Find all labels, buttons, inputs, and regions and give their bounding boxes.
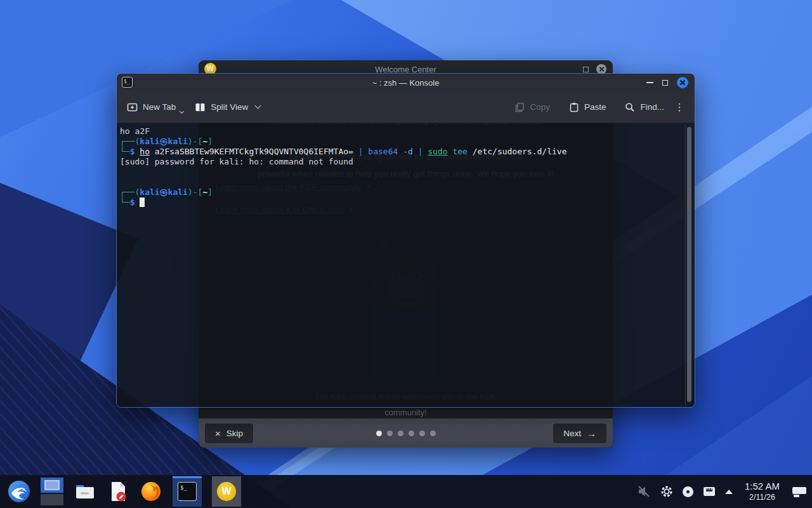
new-tab-icon: [127, 102, 138, 112]
command-name: ho: [140, 147, 150, 156]
scrollbar-thumb[interactable]: [687, 127, 691, 402]
pager-desktop-2[interactable]: [41, 494, 63, 505]
overflow-menu-icon[interactable]: ⋮: [674, 101, 684, 113]
search-icon: [625, 102, 635, 112]
file-manager-button[interactable]: [74, 480, 96, 503]
clock-time: 1:52 AM: [745, 481, 780, 493]
scrollbar-track[interactable]: [685, 124, 693, 406]
page-dot[interactable]: [376, 431, 382, 436]
kali-logo-icon: [8, 480, 30, 503]
page-dot[interactable]: [387, 431, 393, 436]
find-button[interactable]: Find...: [625, 102, 664, 112]
terminal-history-line: ho a2F: [120, 126, 150, 136]
text-editor-button[interactable]: [107, 480, 129, 503]
close-button[interactable]: [677, 77, 688, 88]
expand-tray-icon[interactable]: [725, 490, 733, 494]
chevron-down-icon: [255, 103, 261, 109]
konsole-taskbar-button[interactable]: $_: [173, 476, 202, 507]
audio-muted-icon[interactable]: [637, 485, 651, 498]
pager-desktop-1[interactable]: [41, 478, 63, 493]
maximize-button[interactable]: [662, 80, 668, 86]
copy-button[interactable]: Copy: [514, 102, 550, 112]
taskbar: $_ W 1:52 AM 2/11/2: [0, 475, 812, 508]
terminal-cursor: [140, 197, 145, 207]
konsole-toolbar: New Tab Split View Copy Paste Find...: [117, 91, 695, 123]
paste-button[interactable]: Paste: [569, 102, 606, 112]
kali-menu-button[interactable]: [8, 480, 30, 503]
close-x-icon: ×: [215, 429, 221, 438]
copy-icon: [514, 102, 525, 112]
split-view-button[interactable]: Split View: [195, 102, 260, 112]
konsole-app-icon: $_: [122, 77, 133, 88]
settings-gear-icon[interactable]: [660, 485, 673, 498]
page-dot[interactable]: [419, 431, 425, 436]
next-button[interactable]: Next→: [553, 424, 606, 443]
konsole-icon: $_: [178, 482, 197, 501]
page-dot[interactable]: [409, 431, 414, 436]
paste-icon: [569, 102, 579, 112]
maximize-button[interactable]: [583, 67, 589, 72]
digital-clock[interactable]: 1:52 AM 2/11/26: [745, 481, 780, 502]
chevron-down-icon: [180, 109, 184, 113]
welcome-center-taskbar-button[interactable]: W: [212, 476, 241, 507]
document-icon: [108, 481, 128, 502]
page-dot[interactable]: [398, 431, 403, 436]
new-tab-button[interactable]: New Tab: [127, 102, 176, 112]
folder-icon: [74, 482, 96, 501]
firefox-icon: [141, 481, 161, 502]
welcome-center-icon: W: [217, 482, 236, 501]
show-panel-icon[interactable]: [792, 485, 807, 498]
konsole-window-title: ~ : zsh — Konsole: [117, 78, 695, 88]
firefox-button[interactable]: [140, 480, 162, 503]
clock-date: 2/11/26: [745, 493, 780, 503]
arrow-right-icon: →: [587, 429, 596, 438]
network-icon[interactable]: [703, 486, 716, 497]
split-view-icon: [195, 102, 206, 112]
minimize-button[interactable]: [646, 82, 653, 83]
terminal-viewport[interactable]: ho a2F ┌──(kali㉿kali)-[~] └─$ ho a2FsaSB…: [117, 123, 695, 407]
konsole-titlebar[interactable]: $_ ~ : zsh — Konsole: [117, 74, 695, 91]
welcome-footer: ×Skip Next→: [199, 418, 613, 448]
prompt-user-host: kali㉿kali: [140, 187, 188, 197]
file-path: /etc/sudoers.d/live: [473, 147, 567, 156]
terminal-output[interactable]: ho a2F ┌──(kali㉿kali)-[~] └─$ ho a2FsaSB…: [117, 123, 695, 208]
page-indicator-dots: [376, 431, 436, 436]
page-dot[interactable]: [430, 431, 436, 436]
desktop: W Welcome Center Welcome to the Kali GNU…: [0, 0, 812, 508]
virtual-desktop-pager[interactable]: [41, 478, 63, 505]
terminal-output-line: [sudo] password for kali: ho: command no…: [120, 157, 353, 166]
skip-button[interactable]: ×Skip: [205, 424, 253, 443]
pager-window-preview: [44, 480, 60, 490]
mascot-caption-line2: community!: [199, 408, 613, 417]
prompt-user-host: kali㉿kali: [140, 137, 188, 146]
konsole-window: $_ ~ : zsh — Konsole New Tab Split View: [116, 73, 695, 408]
media-disc-icon[interactable]: [683, 486, 693, 497]
command-argument: a2FsaSBBTEw9KEFMTCkgTk9QQVNTV0Q6IEFMTAo=: [155, 147, 353, 156]
